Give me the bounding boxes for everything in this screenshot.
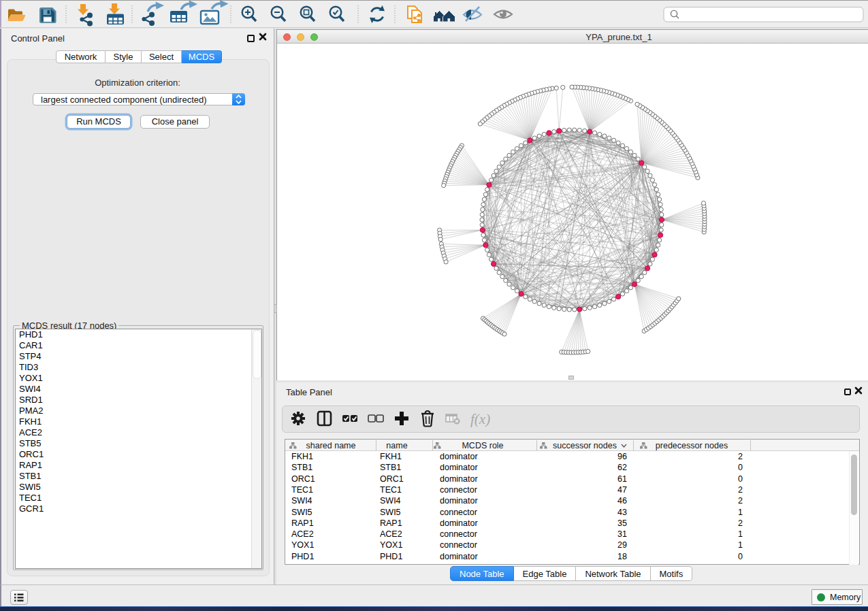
svg-text:shared name: shared name [306,441,356,450]
svg-text:successor nodes: successor nodes [553,441,617,450]
svg-text:MCDS role: MCDS role [462,441,503,450]
svg-text:name: name [386,441,407,450]
svg-text:predecessor nodes: predecessor nodes [656,441,728,450]
svg-text:f(x): f(x) [470,411,490,427]
